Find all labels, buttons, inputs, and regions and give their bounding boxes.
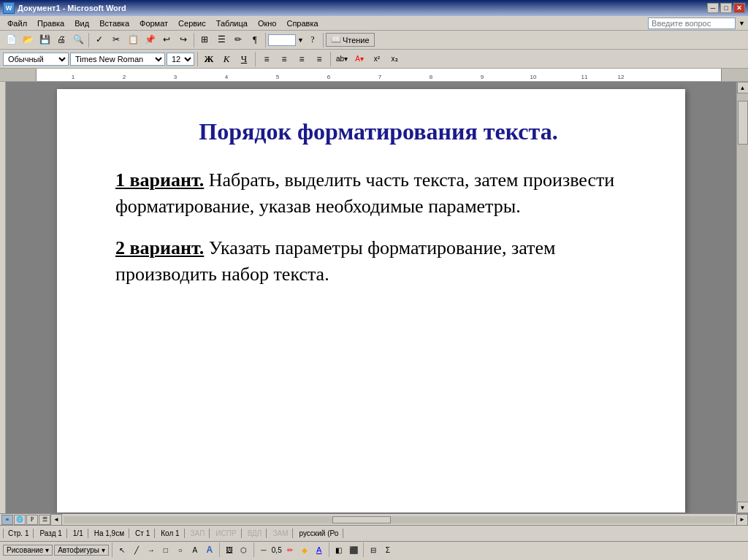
diagram-icon[interactable]: ⬡ (237, 543, 251, 556)
menu-table[interactable]: Таблица (212, 18, 252, 29)
copy-icon[interactable]: 📋 (125, 32, 141, 48)
menu-service[interactable]: Сервис (174, 18, 210, 29)
redo-icon[interactable]: ↪ (175, 32, 191, 48)
drawing-toolbar: Рисование ▾ Автофигуры ▾ ↖ ╱ → □ ○ A A 🖼… (0, 542, 748, 558)
line-draw-icon[interactable]: ╱ (130, 543, 143, 556)
superscript-button[interactable]: x² (369, 51, 385, 67)
scroll-track[interactable] (737, 93, 748, 502)
hscroll-track[interactable] (64, 516, 735, 523)
undo-icon[interactable]: ↩ (159, 32, 175, 48)
spell-icon[interactable]: ✓ (91, 32, 107, 48)
drawing-menu-button[interactable]: Рисование ▾ (3, 545, 53, 556)
zoom-input[interactable]: 200% (268, 34, 296, 46)
scroll-right-button[interactable]: ► (736, 514, 748, 526)
font-color2-icon[interactable]: A (313, 543, 326, 556)
status-section: Разд 1 (35, 529, 66, 538)
menu-view[interactable]: Вид (70, 18, 94, 29)
document-title: Порядок форматирования текста. (115, 118, 641, 145)
rect-draw-icon[interactable]: □ (159, 543, 172, 556)
font-size-select[interactable]: 12 (167, 53, 194, 66)
style-select[interactable]: Обычный (3, 53, 69, 66)
preview-icon[interactable]: 🔍 (70, 32, 86, 48)
separator2 (194, 33, 194, 47)
ruler-left-margin (0, 69, 37, 82)
line-style-icon[interactable]: ─ (257, 543, 270, 556)
table-icon[interactable]: ⊞ (196, 32, 213, 48)
variant1-block: 1 вариант. Набрать, выделить часть текст… (115, 167, 641, 220)
normal-view-button[interactable]: ≡ (1, 515, 13, 525)
font-select[interactable]: Times New Roman (70, 53, 165, 66)
bold-button[interactable]: Ж (201, 51, 217, 67)
status-bar: Стр. 1 Разд 1 1/1 На 1,9см Ст 1 Кол 1 ЗА… (0, 525, 748, 541)
save-icon[interactable]: 💾 (37, 32, 53, 48)
standard-toolbar: 📄 📂 💾 🖨 🔍 ✓ ✂ 📋 📌 ↩ ↪ ⊞ ☰ ✏ ¶ 200% ▼ ? 📖… (0, 31, 748, 50)
web-view-button[interactable]: 🌐 (14, 515, 26, 525)
menu-insert[interactable]: Вставка (95, 18, 134, 29)
paste-icon[interactable]: 📌 (142, 32, 158, 48)
scroll-down-button[interactable]: ▼ (737, 502, 749, 513)
separator1 (88, 33, 89, 47)
print-icon[interactable]: 🖨 (53, 32, 69, 48)
minimize-button[interactable]: ─ (707, 3, 719, 13)
menu-format[interactable]: Формат (135, 18, 172, 29)
align-justify-button[interactable]: ≡ (311, 51, 327, 67)
help-search-input[interactable] (648, 18, 736, 29)
cut-icon[interactable]: ✂ (108, 32, 124, 48)
outline-view-button[interactable]: ☰ (39, 515, 50, 525)
menu-edit[interactable]: Правка (33, 18, 69, 29)
underline-button[interactable]: Ч (236, 51, 252, 67)
oval-draw-icon[interactable]: ○ (174, 543, 187, 556)
maximize-button[interactable]: □ (720, 3, 732, 13)
open-icon[interactable]: 📂 (20, 32, 36, 48)
reading-label: Чтение (343, 36, 370, 45)
status-lang: русский (Ро (294, 529, 343, 538)
new-icon[interactable]: 📄 (3, 32, 19, 48)
close-button[interactable]: ✕ (733, 3, 745, 13)
reading-button[interactable]: 📖 Чтение (326, 33, 375, 47)
menu-bar: Файл Правка Вид Вставка Формат Сервис Та… (0, 16, 748, 31)
highlight-button[interactable]: ab▾ (334, 51, 350, 67)
sum-icon[interactable]: Σ (381, 543, 394, 556)
status-isp: ИСПР (211, 529, 241, 538)
align-objects-icon[interactable]: ⊟ (367, 543, 380, 556)
italic-button[interactable]: К (218, 51, 234, 67)
status-position: На 1,9см (90, 529, 129, 538)
columns-icon[interactable]: ☰ (213, 32, 229, 48)
shadow-icon[interactable]: ◧ (332, 543, 346, 556)
menu-window[interactable]: Окно (253, 18, 281, 29)
scroll-up-button[interactable]: ▲ (737, 82, 749, 93)
drawing-icon[interactable]: ✏ (230, 32, 246, 48)
ruler-scrollbar-corner (736, 69, 748, 82)
ruler-right-margin (722, 69, 736, 82)
indent-icon[interactable]: ¶ (247, 32, 263, 48)
font-color-button[interactable]: A▾ (351, 51, 367, 67)
wordart-icon[interactable]: A (203, 543, 216, 556)
vertical-scrollbar[interactable]: ▲ ▼ (736, 82, 748, 513)
fill-color-icon[interactable]: ◆ (298, 543, 311, 556)
arrow-draw-icon[interactable]: → (145, 543, 158, 556)
zoom-dropdown-icon[interactable]: ▼ (297, 37, 304, 44)
print-view-button[interactable]: P (26, 515, 38, 525)
scroll-left-button[interactable]: ◄ (50, 514, 62, 526)
menu-file[interactable]: Файл (3, 18, 31, 29)
hscroll-thumb[interactable] (332, 516, 391, 523)
document-area[interactable]: Порядок форматирования текста. 1 вариант… (6, 82, 736, 513)
clipart-icon[interactable]: 🖼 (223, 543, 236, 556)
line-color-icon[interactable]: ✏ (283, 543, 297, 556)
autoshapes-menu-button[interactable]: Автофигуры ▾ (54, 545, 109, 556)
search-dropdown-icon[interactable]: ▼ (739, 20, 745, 27)
subscript-button[interactable]: x₂ (386, 51, 402, 67)
document-page[interactable]: Порядок форматирования текста. 1 вариант… (57, 89, 685, 513)
fmt-separator1 (197, 52, 198, 66)
status-col: Кол 1 (156, 529, 184, 538)
align-left-button[interactable]: ≡ (259, 51, 275, 67)
textbox-icon[interactable]: A (188, 543, 202, 556)
threed-icon[interactable]: ⬛ (347, 543, 360, 556)
scroll-thumb[interactable] (738, 101, 748, 145)
menu-help[interactable]: Справка (282, 18, 322, 29)
help-icon[interactable]: ? (305, 32, 321, 48)
status-page: Стр. 1 (3, 529, 34, 538)
align-center-button[interactable]: ≡ (276, 51, 292, 67)
cursor-icon[interactable]: ↖ (115, 543, 129, 556)
align-right-button[interactable]: ≡ (294, 51, 310, 67)
